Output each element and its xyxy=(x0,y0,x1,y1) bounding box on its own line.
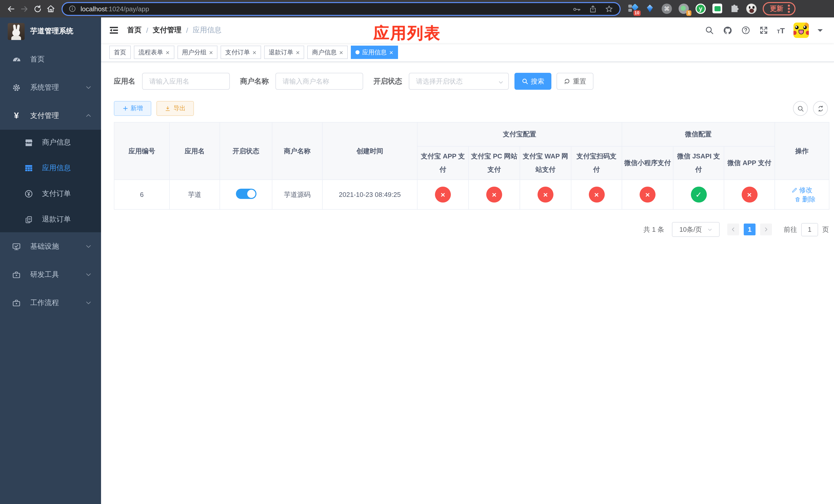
close-icon[interactable]: × xyxy=(209,49,213,55)
home-icon xyxy=(47,6,54,12)
tag-app-info-active[interactable]: 应用信息× xyxy=(351,46,398,59)
col-alipay-app: 支付宝 APP 支付 xyxy=(417,146,468,180)
site-info-icon[interactable] xyxy=(69,5,76,12)
url-text[interactable]: localhost:1024/pay/app xyxy=(81,5,149,13)
search-icon xyxy=(522,78,528,85)
breadcrumb-separator: / xyxy=(186,26,188,35)
sidebar-item-workflow[interactable]: 工作流程 xyxy=(0,289,101,317)
trash-icon xyxy=(794,196,801,202)
toolbox-icon xyxy=(10,270,23,279)
tag-pay-orders[interactable]: 支付订单× xyxy=(221,46,261,59)
add-button[interactable]: 新增 xyxy=(114,101,151,116)
cell-enabled xyxy=(220,180,272,209)
command-extension-icon[interactable]: ⌘ xyxy=(662,4,672,14)
share-icon[interactable] xyxy=(589,4,597,13)
col-app-id: 应用编号 xyxy=(114,122,170,180)
bookmark-star-icon[interactable] xyxy=(605,4,613,13)
enabled-toggle[interactable] xyxy=(236,189,256,199)
prev-page-button[interactable] xyxy=(727,224,739,235)
sidebar-item-merchant-info[interactable]: 商户信息 xyxy=(0,130,101,155)
chat-extension-icon[interactable] xyxy=(712,4,723,14)
merchant-name-input[interactable] xyxy=(276,73,363,90)
breadcrumb-home[interactable]: 首页 xyxy=(127,26,141,35)
sidebar-item-label: 应用信息 xyxy=(42,164,71,173)
browser-home-button[interactable] xyxy=(44,2,58,15)
sidebar-item-refund-orders[interactable]: 退款订单 xyxy=(0,207,101,232)
export-button[interactable]: 导出 xyxy=(156,101,194,116)
tag-user-group[interactable]: 用户分组× xyxy=(177,46,218,59)
fullscreen-icon[interactable] xyxy=(759,26,768,35)
chevron-down-icon xyxy=(85,271,92,278)
password-key-icon[interactable] xyxy=(572,4,581,13)
sidebar-collapse-icon[interactable] xyxy=(109,25,119,36)
close-icon[interactable]: × xyxy=(389,49,393,55)
avatar-dropdown-caret-icon[interactable] xyxy=(818,29,823,34)
page-number-active[interactable]: 1 xyxy=(744,224,755,235)
search-icon xyxy=(797,105,804,112)
toggle-search-button[interactable] xyxy=(793,101,808,116)
refresh-table-button[interactable] xyxy=(813,101,828,116)
status-select[interactable]: 请选择开启状态 xyxy=(409,73,509,90)
yuque-extension-icon[interactable]: y xyxy=(696,4,706,14)
sidebar-item-app-info[interactable]: 应用信息 xyxy=(0,155,101,181)
close-icon[interactable]: × xyxy=(296,49,300,55)
page-size-select[interactable]: 10条/页 xyxy=(672,222,720,237)
extensions-puzzle-icon[interactable] xyxy=(729,4,740,14)
breadcrumb-separator: / xyxy=(146,26,148,35)
alipay-pc-status-icon: × xyxy=(486,187,502,203)
goto-page-input[interactable] xyxy=(801,223,818,236)
profile-avatar-icon[interactable] xyxy=(746,4,756,14)
address-bar[interactable]: localhost:1024/pay/app xyxy=(62,2,621,16)
chevron-up-icon xyxy=(85,112,92,119)
sidebar-item-dev-tools[interactable]: 研发工具 xyxy=(0,260,101,289)
browser-reload-button[interactable] xyxy=(31,2,44,15)
sidebar-item-pay-orders[interactable]: 支付订单 xyxy=(0,181,101,207)
gem-extension-icon[interactable] xyxy=(645,4,655,14)
tag-home[interactable]: 首页 xyxy=(109,46,131,59)
chevron-down-icon xyxy=(498,79,504,87)
chevron-right-icon xyxy=(763,227,769,232)
chrome-update-button[interactable]: 更新 xyxy=(763,2,795,15)
proxy-extension-icon[interactable]: 1 xyxy=(679,4,689,14)
col-merchant: 商户名称 xyxy=(272,122,322,180)
chevron-down-icon xyxy=(707,227,712,232)
help-question-icon[interactable] xyxy=(741,26,750,35)
header-search-icon[interactable] xyxy=(704,26,714,35)
devtools-extension-icon[interactable]: 10 xyxy=(628,4,638,14)
app-name-input[interactable] xyxy=(142,73,230,90)
browser-back-button[interactable] xyxy=(4,2,18,15)
delete-link[interactable]: 删除 xyxy=(794,194,815,204)
sidebar-item-payment[interactable]: ¥ 支付管理 xyxy=(0,101,101,130)
tag-process-form[interactable]: 流程表单× xyxy=(134,46,174,59)
sidebar-logo[interactable]: 芋道管理系统 xyxy=(0,18,101,45)
breadcrumb-payment[interactable]: 支付管理 xyxy=(153,26,181,35)
col-alipay-qr: 支付宝扫码支付 xyxy=(571,146,622,180)
browser-forward-button[interactable] xyxy=(18,2,31,15)
sidebar-item-system[interactable]: 系统管理 xyxy=(0,73,101,101)
toolbox-icon xyxy=(10,298,23,307)
next-page-button[interactable] xyxy=(760,224,772,235)
goto-label: 前往 xyxy=(784,225,797,234)
user-avatar[interactable] xyxy=(793,23,809,38)
search-button[interactable]: 搜索 xyxy=(514,73,551,90)
wechat-app-status-icon: × xyxy=(741,187,757,203)
sidebar-item-label: 支付管理 xyxy=(30,111,59,120)
sidebar-item-infra[interactable]: 基础设施 xyxy=(0,232,101,260)
reset-button[interactable]: 重置 xyxy=(556,73,593,90)
sidebar-item-home[interactable]: 首页 xyxy=(0,45,101,73)
sidebar-item-label: 基础设施 xyxy=(30,242,59,251)
browser-menu-icon[interactable] xyxy=(788,5,790,13)
close-icon[interactable]: × xyxy=(339,49,343,55)
close-icon[interactable]: × xyxy=(253,49,256,55)
edit-link[interactable]: 修改 xyxy=(791,185,812,194)
sidebar-item-label: 研发工具 xyxy=(30,270,59,279)
font-size-icon[interactable]: TT xyxy=(777,26,785,34)
github-icon[interactable] xyxy=(722,25,732,35)
tag-merchant-info[interactable]: 商户信息× xyxy=(307,46,348,59)
plus-icon xyxy=(122,106,128,111)
sidebar-item-label: 商户信息 xyxy=(42,138,71,147)
close-icon[interactable]: × xyxy=(166,49,170,55)
col-created-at: 创建时间 xyxy=(322,122,417,180)
sidebar-item-label: 首页 xyxy=(30,54,45,64)
tag-refund-orders[interactable]: 退款订单× xyxy=(264,46,304,59)
